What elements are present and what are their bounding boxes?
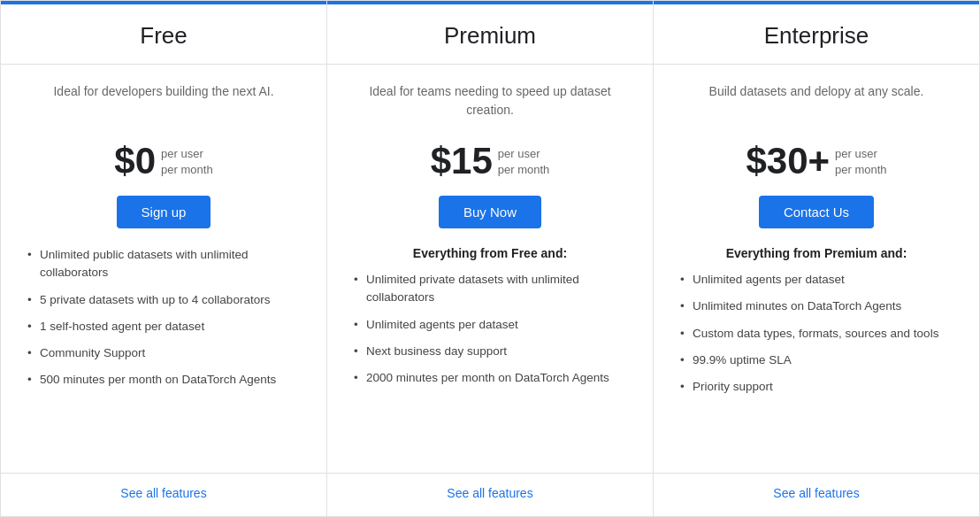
- price-period: per userper month: [498, 143, 550, 178]
- card-body: Build datasets and delopy at any scale.$…: [654, 65, 979, 473]
- cta-button-premium[interactable]: Buy Now: [439, 196, 541, 228]
- see-all-link-enterprise[interactable]: See all features: [654, 473, 979, 516]
- pricing-container: FreeIdeal for developers building the ne…: [0, 0, 980, 517]
- pricing-card-enterprise: EnterpriseBuild datasets and delopy at a…: [654, 1, 979, 516]
- price-amount: $0: [114, 143, 156, 180]
- pricing-card-premium: PremiumIdeal for teams needing to speed …: [327, 1, 654, 516]
- plan-title: Enterprise: [671, 22, 961, 50]
- price-amount: $15: [431, 143, 493, 180]
- feature-item: Unlimited agents per dataset: [352, 316, 628, 334]
- plan-description: Ideal for developers building the next A…: [26, 82, 302, 125]
- feature-item: Unlimited agents per dataset: [678, 271, 954, 289]
- features-list: Unlimited agents per datasetUnlimited mi…: [678, 271, 954, 455]
- card-body: Ideal for developers building the next A…: [1, 65, 326, 473]
- feature-item: 1 self-hosted agent per dataset: [26, 318, 302, 336]
- feature-item: Unlimited minutes on DataTorch Agents: [678, 297, 954, 315]
- feature-item: Unlimited private datasets with unlimite…: [352, 271, 628, 307]
- cta-button-enterprise[interactable]: Contact Us: [759, 196, 874, 228]
- feature-item: 99.9% uptime SLA: [678, 351, 954, 369]
- card-header: Premium: [327, 4, 653, 65]
- card-body: Ideal for teams needing to speed up data…: [327, 65, 653, 473]
- feature-item: Unlimited public datasets with unlimited…: [26, 246, 302, 282]
- see-all-link-premium[interactable]: See all features: [327, 473, 653, 516]
- card-header: Enterprise: [654, 4, 979, 65]
- plan-title: Premium: [345, 22, 635, 50]
- price-row: $30+per userper month: [678, 143, 954, 180]
- price-row: $15per userper month: [352, 143, 628, 180]
- pricing-card-free: FreeIdeal for developers building the ne…: [1, 1, 327, 516]
- feature-item: Priority support: [678, 378, 954, 396]
- features-list: Unlimited private datasets with unlimite…: [352, 271, 628, 455]
- feature-item: Custom data types, formats, sources and …: [678, 325, 954, 343]
- price-period: per userper month: [835, 143, 887, 178]
- card-header: Free: [1, 4, 326, 65]
- features-heading: Everything from Premium and:: [678, 246, 954, 260]
- feature-item: Next business day support: [352, 343, 628, 360]
- feature-item: 500 minutes per month on DataTorch Agent…: [26, 371, 302, 389]
- feature-item: Community Support: [26, 344, 302, 362]
- plan-description: Ideal for teams needing to speed up data…: [352, 82, 628, 125]
- features-list: Unlimited public datasets with unlimited…: [26, 246, 302, 455]
- price-period: per userper month: [161, 143, 213, 178]
- feature-item: 5 private datasets with up to 4 collabor…: [26, 291, 302, 309]
- price-amount: $30+: [746, 143, 830, 180]
- see-all-link-free[interactable]: See all features: [1, 473, 326, 516]
- price-row: $0per userper month: [26, 143, 302, 180]
- plan-description: Build datasets and delopy at any scale.: [678, 82, 954, 125]
- cta-button-free[interactable]: Sign up: [117, 196, 211, 228]
- feature-item: 2000 minutes per month on DataTorch Agen…: [352, 369, 628, 387]
- features-heading: Everything from Free and:: [352, 246, 628, 260]
- plan-title: Free: [19, 22, 309, 50]
